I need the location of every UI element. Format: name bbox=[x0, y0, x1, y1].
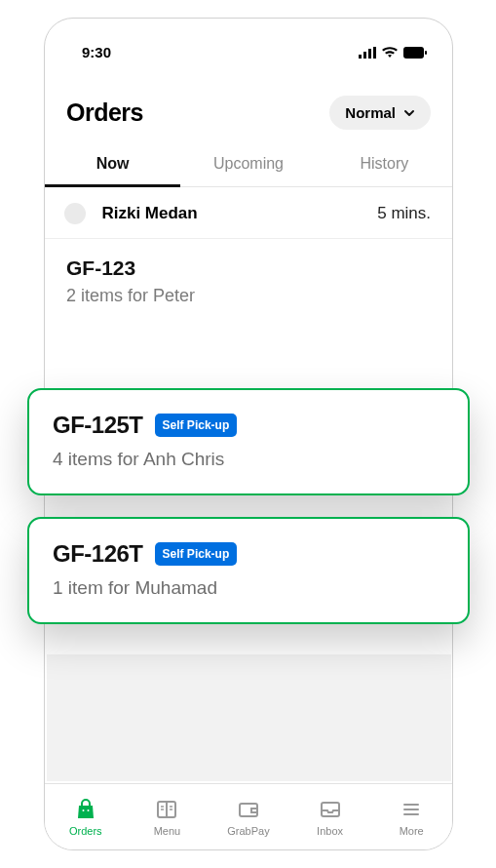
order-card-highlighted[interactable]: GF-126T Self Pick-up 1 item for Muhamad bbox=[27, 517, 470, 624]
nav-label: Menu bbox=[154, 825, 181, 837]
nav-label: More bbox=[400, 825, 424, 837]
driver-name: Rizki Medan bbox=[101, 204, 197, 222]
filter-label: Normal bbox=[345, 104, 396, 121]
wallet-icon bbox=[237, 798, 260, 821]
tab-now[interactable]: Now bbox=[45, 139, 180, 186]
tabs: Now Upcoming History bbox=[45, 139, 452, 187]
svg-rect-14 bbox=[240, 804, 257, 816]
nav-inbox[interactable]: Inbox bbox=[289, 784, 371, 849]
pickup-badge: Self Pick-up bbox=[155, 542, 238, 566]
battery-icon bbox=[403, 47, 427, 59]
page-title: Orders bbox=[66, 99, 143, 127]
order-id: GF-125T bbox=[53, 412, 143, 439]
order-card[interactable]: GF-123 2 items for Peter bbox=[45, 239, 452, 326]
svg-rect-2 bbox=[368, 49, 371, 59]
order-summary: 4 items for Anh Chris bbox=[53, 449, 444, 470]
bag-icon bbox=[74, 798, 97, 821]
nav-menu[interactable]: Menu bbox=[127, 784, 209, 849]
order-card-highlighted[interactable]: GF-125T Self Pick-up 4 items for Anh Chr… bbox=[27, 388, 470, 495]
nav-orders[interactable]: Orders bbox=[45, 784, 127, 849]
filter-pill[interactable]: Normal bbox=[329, 96, 431, 130]
tab-history[interactable]: History bbox=[317, 139, 452, 186]
nav-label: Inbox bbox=[317, 825, 343, 837]
svg-rect-4 bbox=[403, 47, 424, 59]
order-summary: 1 item for Muhamad bbox=[53, 577, 444, 599]
svg-rect-15 bbox=[251, 809, 257, 812]
nav-more[interactable]: More bbox=[370, 784, 452, 849]
order-summary: 2 items for Peter bbox=[66, 286, 431, 306]
pickup-badge: Self Pick-up bbox=[155, 414, 238, 437]
menu-book-icon bbox=[155, 798, 178, 821]
tab-indicator bbox=[45, 184, 180, 187]
svg-rect-5 bbox=[425, 51, 427, 55]
signal-icon bbox=[359, 47, 376, 59]
nav-label: GrabPay bbox=[227, 825, 269, 837]
nav-grabpay[interactable]: GrabPay bbox=[208, 784, 289, 849]
chevron-down-icon bbox=[403, 107, 415, 119]
status-bar: 9:30 bbox=[45, 19, 452, 72]
empty-area bbox=[47, 654, 451, 781]
driver-row[interactable]: Rizki Medan 5 mins. bbox=[45, 187, 452, 239]
avatar bbox=[64, 203, 86, 224]
inbox-icon bbox=[319, 798, 342, 821]
svg-rect-3 bbox=[373, 47, 376, 59]
svg-point-6 bbox=[82, 809, 84, 811]
tab-upcoming[interactable]: Upcoming bbox=[180, 139, 316, 186]
status-time: 9:30 bbox=[82, 44, 111, 60]
order-id: GF-126T bbox=[53, 540, 143, 568]
svg-rect-1 bbox=[363, 52, 366, 59]
svg-rect-0 bbox=[359, 55, 362, 59]
status-icons bbox=[359, 47, 427, 59]
nav-label: Orders bbox=[69, 825, 102, 837]
header: Orders Normal bbox=[45, 72, 452, 139]
driver-eta: 5 mins. bbox=[377, 204, 431, 223]
svg-point-7 bbox=[87, 809, 89, 811]
order-id: GF-123 bbox=[66, 256, 431, 280]
wifi-icon bbox=[382, 47, 398, 59]
bottom-nav: Orders Menu GrabPay Inbox More bbox=[45, 783, 452, 849]
more-icon bbox=[400, 798, 423, 821]
